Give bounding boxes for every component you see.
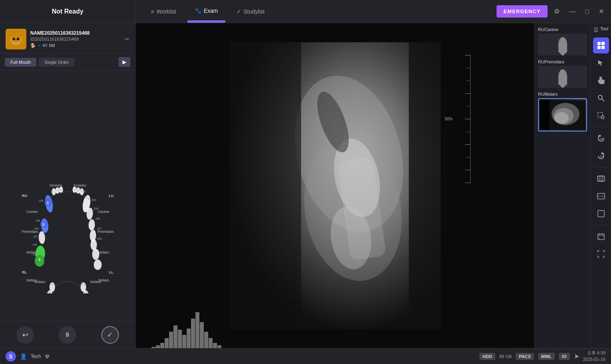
undo-button[interactable]: ↩ — [16, 326, 34, 344]
teeth-chart-area: RU LU RL LL Incisors Incisors Canine Can… — [0, 71, 135, 321]
grid-icon — [597, 41, 605, 49]
title-bar-right: EMERGENCY ⚙ — □ ✕ — [497, 5, 611, 18]
mode-arrow-button[interactable]: ▶ — [118, 57, 130, 67]
tool-rotate-cw-button[interactable]: 90° — [593, 148, 609, 164]
confirm-button[interactable]: ✓ — [101, 326, 119, 344]
edit-icon[interactable]: ✏ — [125, 36, 130, 42]
svg-text:RL: RL — [22, 270, 27, 274]
thumb-rupremolars[interactable] — [538, 66, 587, 88]
center-area: 50% — [136, 23, 534, 348]
patient-age: 4Y 0M — [42, 43, 55, 48]
thumb-rucanine[interactable] — [538, 33, 587, 55]
minimize-button[interactable]: — — [566, 6, 579, 17]
histogram-bar — [213, 343, 217, 348]
pause-button[interactable]: ⏸ — [59, 326, 76, 344]
svg-text:309: 309 — [81, 282, 86, 285]
svg-rect-155 — [598, 175, 599, 177]
user-label: Tech — [31, 354, 41, 359]
send-icon[interactable]: ➤ — [574, 352, 579, 360]
status-time: 오후 4:39 2025-01-16 — [583, 350, 605, 362]
svg-rect-161 — [599, 177, 601, 180]
tool-rotate-ccw-button[interactable]: 90° — [593, 130, 609, 146]
svg-rect-142 — [597, 46, 601, 49]
tool-panel-label: Tool — [600, 26, 608, 31]
svg-line-146 — [602, 99, 604, 101]
svg-text:108: 108 — [32, 243, 37, 246]
svg-rect-162 — [601, 177, 603, 180]
rucanine-label: RUCanine — [538, 27, 587, 32]
svg-text:308: 308 — [83, 291, 88, 293]
worklist-icon: ≡ — [151, 8, 154, 15]
tool-grid-button[interactable] — [593, 37, 609, 53]
single-order-button[interactable]: Single Order — [39, 58, 75, 67]
svg-text:206: 206 — [95, 217, 100, 220]
tool-calendar-button[interactable]: 1 — [593, 228, 609, 244]
title-bar-left: Not Ready — [0, 0, 136, 23]
tool-panel: ☰ Tool — [590, 23, 611, 348]
svg-text:LL: LL — [109, 270, 114, 274]
tool-layout3-button[interactable] — [593, 206, 609, 222]
svg-text:3: 3 — [38, 258, 40, 262]
tool-fullscreen-button[interactable] — [593, 246, 609, 262]
tool-panel-header: ☰ Tool — [593, 26, 608, 33]
tool-pointer-button[interactable] — [593, 55, 609, 71]
confirm-icon: ✓ — [107, 331, 113, 339]
user-initial-badge: S — [6, 351, 16, 362]
emergency-button[interactable]: EMERGENCY — [497, 5, 548, 18]
teeth-chart-svg[interactable]: RU LU RL LL Incisors Incisors Canine Can… — [10, 98, 126, 293]
svg-rect-154 — [597, 176, 605, 181]
svg-text:205: 205 — [94, 207, 99, 210]
rupremolars-label: RUPremolars — [538, 59, 587, 64]
patient-meta: 🐕 ♂ 4Y 0M — [30, 43, 121, 48]
zoom-label: 50% — [445, 117, 453, 121]
region-zoom-icon — [597, 112, 605, 119]
histogram-bar — [152, 347, 156, 348]
io-badge: IO — [559, 353, 570, 360]
rumolars-image — [539, 99, 586, 131]
tab-studylist[interactable]: ✓ Studylist — [229, 0, 272, 23]
svg-rect-141 — [601, 42, 605, 45]
svg-text:90°: 90° — [600, 155, 604, 158]
svg-text:105: 105 — [35, 219, 40, 222]
tooth-icon — [558, 37, 567, 52]
svg-rect-165 — [598, 211, 604, 217]
histogram-bar — [204, 332, 208, 348]
histogram-bar — [156, 345, 160, 348]
rotate-ccw-icon: 90° — [597, 134, 605, 142]
svg-point-5 — [17, 38, 20, 41]
left-panel: NAME20250116363215468 ID2025011616362154… — [0, 23, 136, 348]
svg-text:Canine: Canine — [26, 210, 37, 214]
patient-details: NAME20250116363215468 ID2025011616362154… — [30, 30, 121, 48]
filmstrip-icon — [597, 175, 605, 183]
gender-icon: ♂ — [37, 43, 41, 48]
close-button[interactable]: ✕ — [595, 6, 607, 17]
thumb-rumolars[interactable] — [538, 98, 587, 132]
tool-zoom-button[interactable] — [593, 90, 609, 106]
tab-worklist[interactable]: ≡ Worklist — [144, 0, 183, 23]
svg-point-40 — [38, 231, 45, 244]
tab-exam[interactable]: 🐾 Exam — [187, 0, 225, 23]
tool-filmstrip-button[interactable] — [593, 171, 609, 187]
xray-viewer[interactable]: 50% — [136, 23, 534, 348]
rotate-cw-icon: 90° — [597, 152, 605, 160]
radiation-icon[interactable]: ☢ — [45, 353, 50, 360]
settings-button[interactable]: ⚙ — [551, 6, 563, 17]
user-icon[interactable]: 👤 — [20, 353, 27, 360]
svg-point-46 — [88, 219, 95, 231]
svg-rect-157 — [602, 175, 603, 177]
full-mouth-button[interactable]: Full Mouth — [5, 58, 36, 67]
tab-exam-label: Exam — [204, 8, 218, 14]
zoom-icon — [597, 94, 605, 102]
tool-layout2-button[interactable] — [593, 188, 609, 204]
main-layout: NAME20250116363215468 ID2025011616362154… — [0, 23, 611, 348]
tool-hand-button[interactable] — [593, 73, 609, 89]
svg-text:2: 2 — [42, 222, 44, 226]
maximize-button[interactable]: □ — [582, 6, 592, 17]
title-bar-tabs: ≡ Worklist 🐾 Exam ✓ Studylist — [136, 0, 497, 23]
histogram-bar — [169, 332, 173, 348]
svg-rect-147 — [598, 112, 603, 117]
tool-region-zoom-button[interactable] — [593, 108, 609, 124]
histogram-bar — [195, 312, 199, 348]
svg-rect-156 — [600, 175, 601, 177]
histogram — [152, 308, 231, 348]
